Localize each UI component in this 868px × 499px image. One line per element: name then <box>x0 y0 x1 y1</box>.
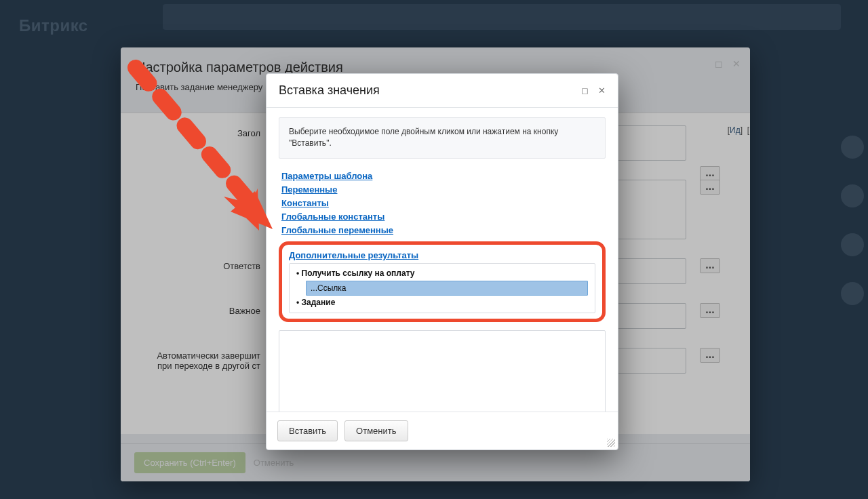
results-tree: Получить ссылку на оплату ...Ссылка Зада… <box>289 263 595 313</box>
label-description: Опис <box>136 180 266 214</box>
maximize-icon[interactable]: ◻ <box>581 85 589 96</box>
hint-links: [Ид] [Комментарий] <box>728 125 750 135</box>
insert-button[interactable]: Вставить <box>277 420 338 441</box>
label-title: Загол <box>136 125 266 138</box>
additional-results-highlight: Дополнительные результаты Получить ссылк… <box>279 241 606 321</box>
insert-value-button[interactable]: ... <box>700 348 720 363</box>
top-strip <box>163 4 841 30</box>
cat-global-const[interactable]: Глобальные константы <box>281 212 384 222</box>
insert-value-button[interactable]: ... <box>700 258 720 273</box>
insert-value-button[interactable]: ... <box>700 303 720 318</box>
cancel-button[interactable]: Отменить <box>344 420 408 441</box>
close-icon[interactable]: ✕ <box>598 85 606 96</box>
insert-value-button[interactable]: ... <box>700 180 720 195</box>
hint-comment-link[interactable]: Комментарий <box>749 125 750 135</box>
category-list: Параметры шаблона Переменные Константы Г… <box>279 169 606 238</box>
resize-grip-icon[interactable] <box>607 439 615 447</box>
app-logo: Битрикс <box>19 16 88 35</box>
preview-area[interactable] <box>279 330 606 412</box>
maximize-icon[interactable]: ◻ <box>715 58 723 69</box>
additional-results-header[interactable]: Дополнительные результаты <box>289 250 595 260</box>
cat-global-vars[interactable]: Глобальные переменные <box>281 225 393 235</box>
insert-dialog-footer: Вставить Отменить <box>267 412 618 450</box>
insert-value-button[interactable]: ... <box>700 166 720 181</box>
help-text: Выберите необходимое поле двойным кликом… <box>279 117 606 159</box>
insert-dialog-title: Вставка значения <box>279 83 581 98</box>
right-edge-blur <box>841 136 864 305</box>
tree-item-payment-link[interactable]: Получить ссылку на оплату ...Ссылка <box>296 266 588 296</box>
insert-value-dialog: Вставка значения ◻ ✕ Выберите необходимо… <box>266 73 618 450</box>
cancel-button[interactable]: Отменить <box>254 458 294 468</box>
tree-item-task[interactable]: Задание <box>296 296 588 309</box>
cat-variables[interactable]: Переменные <box>281 184 337 195</box>
save-button[interactable]: Сохранить (Ctrl+Enter) <box>134 452 245 473</box>
cat-template-params[interactable]: Параметры шаблона <box>281 171 372 181</box>
cat-constants[interactable]: Константы <box>281 198 329 208</box>
label-important: Важное <box>136 303 266 316</box>
label-autocomplete: Автоматически завершит при переходе в др… <box>136 348 266 371</box>
tree-item-link-child[interactable]: ...Ссылка <box>306 281 588 296</box>
label-responsible: Ответств <box>136 258 266 271</box>
close-icon[interactable]: ✕ <box>732 58 741 69</box>
hint-id-link[interactable]: Ид <box>730 125 741 135</box>
